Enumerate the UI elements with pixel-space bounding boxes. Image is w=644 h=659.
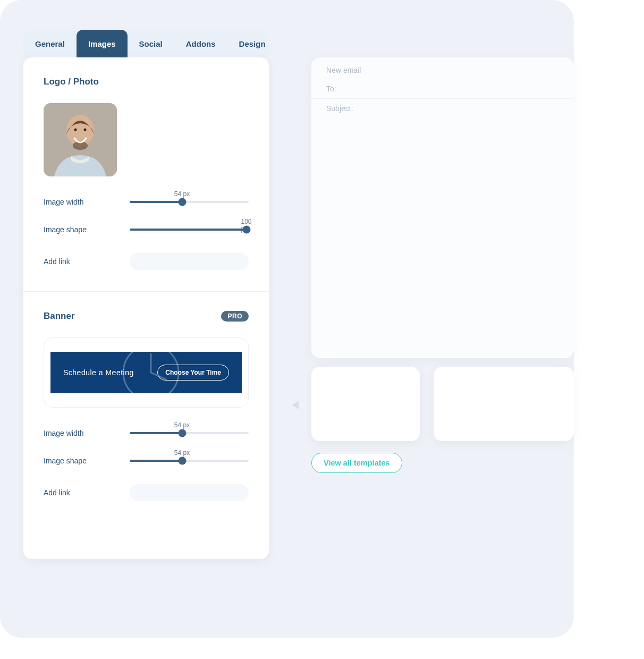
email-subject-row[interactable]: Subject: — [311, 98, 574, 118]
slider-fill — [130, 201, 182, 203]
slider-thumb[interactable] — [178, 429, 186, 437]
view-all-templates-button[interactable]: View all templates — [311, 453, 402, 473]
banner-shape-label: Image shape — [44, 457, 130, 465]
banner-preview-card[interactable]: Schedule a Meeting Choose Your Time — [44, 337, 249, 408]
banner-shape-value: 54 px — [174, 449, 190, 457]
logo-shape-row: Image shape 100 px — [44, 225, 249, 234]
banner-width-label: Image width — [44, 429, 130, 437]
banner-add-link-row: Add link — [44, 484, 249, 501]
logo-section-title: Logo / Photo — [44, 77, 99, 87]
banner-add-link-input[interactable] — [130, 484, 249, 501]
slider-track — [130, 432, 249, 434]
tab-addons[interactable]: Addons — [174, 30, 227, 57]
logo-shape-label: Image shape — [44, 225, 130, 234]
svg-point-3 — [74, 129, 77, 131]
slider-track — [130, 460, 249, 462]
slider-fill — [130, 432, 182, 434]
prev-arrow-icon[interactable] — [292, 401, 299, 409]
template-thumb-1[interactable] — [311, 367, 420, 441]
banner-shape-row: Image shape 54 px — [44, 457, 249, 465]
email-preview: New email To: Subject: — [311, 57, 574, 358]
banner-cta-button[interactable]: Choose Your Time — [157, 365, 229, 381]
avatar-image — [44, 103, 117, 176]
banner-section: Banner PRO Schedule a Meeting Choose You… — [23, 291, 269, 522]
banner-add-link-label: Add link — [44, 488, 130, 497]
slider-fill — [130, 229, 247, 231]
slider-thumb[interactable] — [178, 457, 186, 465]
email-header: New email — [311, 57, 574, 79]
pro-badge: PRO — [221, 311, 249, 322]
tab-general[interactable]: General — [23, 30, 77, 57]
banner-text: Schedule a Meeting — [63, 368, 134, 377]
logo-shape-slider[interactable]: 100 px — [130, 229, 249, 231]
banner-width-value: 54 px — [174, 421, 190, 429]
banner-width-row: Image width 54 px — [44, 429, 249, 437]
slider-thumb[interactable] — [242, 226, 250, 234]
avatar[interactable] — [44, 103, 117, 176]
tabs-bar: General Images Social Addons Design — [23, 30, 269, 57]
slider-thumb[interactable] — [178, 198, 186, 206]
logo-width-slider[interactable]: 54 px — [130, 201, 249, 203]
banner-inner: Schedule a Meeting Choose Your Time — [50, 352, 242, 393]
email-to-row[interactable]: To: — [311, 79, 574, 98]
banner-shape-slider[interactable]: 54 px — [130, 460, 249, 462]
tab-social[interactable]: Social — [128, 30, 174, 57]
logo-width-row: Image width 54 px — [44, 198, 249, 206]
tab-design[interactable]: Design — [227, 30, 277, 57]
banner-width-slider[interactable]: 54 px — [130, 432, 249, 434]
slider-track — [130, 229, 249, 231]
tab-images[interactable]: Images — [77, 30, 128, 57]
logo-add-link-row: Add link — [44, 253, 249, 270]
slider-track — [130, 201, 249, 203]
slider-fill — [130, 460, 182, 462]
settings-panel: Logo / Photo Image width 54 px — [23, 57, 269, 559]
svg-point-4 — [84, 129, 87, 131]
banner-section-title: Banner — [44, 311, 75, 322]
logo-section: Logo / Photo Image width 54 px — [23, 57, 269, 291]
logo-width-label: Image width — [44, 198, 130, 206]
template-thumb-2[interactable] — [434, 367, 574, 441]
logo-width-value: 54 px — [174, 190, 190, 198]
logo-add-link-label: Add link — [44, 257, 130, 266]
logo-add-link-input[interactable] — [130, 253, 249, 270]
